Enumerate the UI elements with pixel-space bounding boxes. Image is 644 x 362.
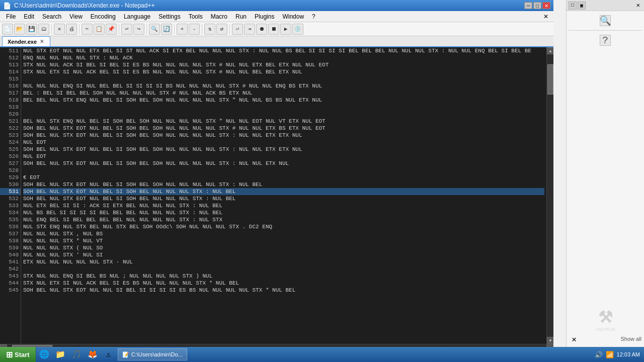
- code-line-532[interactable]: SOH BEL NUL STX EOT NUL BEL SI SOH BEL N…: [23, 195, 544, 202]
- scroll-down-button[interactable]: ▼: [547, 337, 553, 344]
- macro-stop-button[interactable]: ⏹: [268, 24, 279, 35]
- taskbar-ie-icon[interactable]: 🌐: [37, 347, 51, 361]
- menu-macro[interactable]: Macro: [207, 11, 231, 22]
- paste-button[interactable]: 📌: [106, 24, 117, 35]
- code-line-543[interactable]: STX NUL NUL ENQ SI BEL BS NUL ; NUL NUL …: [23, 273, 544, 280]
- save-all-button[interactable]: 🗂: [38, 24, 49, 35]
- menu-run[interactable]: Run: [231, 11, 251, 22]
- code-line-526[interactable]: NUL EOT: [23, 153, 544, 160]
- open-button[interactable]: 📂: [14, 24, 25, 35]
- scroll-thumb[interactable]: [547, 64, 553, 95]
- menu-file[interactable]: File: [2, 11, 20, 22]
- menu-plugins[interactable]: Plugins: [251, 11, 278, 22]
- code-line-533[interactable]: NUL ETX BEL SI SI : ACK SI ETX BEL NUL N…: [23, 202, 544, 209]
- taskbar-npp-app[interactable]: 📝 C:\Users\admin\Do...: [118, 348, 187, 360]
- wrap-button[interactable]: ⏎: [232, 24, 243, 35]
- zoom-out-button[interactable]: -: [189, 24, 200, 35]
- rp-bottom-close-icon[interactable]: ✕: [569, 334, 579, 344]
- menu-settings[interactable]: Settings: [154, 11, 184, 22]
- macro-play-button[interactable]: ▶: [280, 24, 291, 35]
- code-line-515[interactable]: [23, 75, 544, 82]
- menu-tools[interactable]: Tools: [185, 11, 207, 22]
- code-line-513[interactable]: STX NUL NUL ACK SI BEL SI BEL SI ES BS N…: [23, 61, 544, 68]
- code-line-519[interactable]: [23, 104, 544, 111]
- code-line-516[interactable]: NUL NUL NUL ENQ SI NUL BEL BEL SI SI SI …: [23, 82, 544, 89]
- code-line-514[interactable]: STX NUL ETX SI NUL ACK BEL SI SI ES BS N…: [23, 68, 544, 75]
- code-line-518[interactable]: BEL BEL NUL STX ENQ NUL BEL SI SOH BEL S…: [23, 97, 544, 104]
- code-line-542[interactable]: [23, 265, 544, 273]
- tab-xender[interactable]: Xender.exe ✕: [2, 36, 50, 46]
- menu-encoding[interactable]: Encoding: [87, 11, 120, 22]
- code-line-524[interactable]: NUL EOT: [23, 139, 544, 146]
- taskbar-network-icon: 🔊: [595, 351, 603, 358]
- code-line-537[interactable]: NUL NUL NUL STX , NUL BS: [23, 230, 544, 237]
- code-line-525[interactable]: SOH BEL NUL STX EOT NUL BEL SI SOH BEL S…: [23, 146, 544, 153]
- code-line-530[interactable]: SOH BEL NUL STX EOT NUL BEL SI SOH BEL S…: [23, 181, 544, 188]
- macro-record-button[interactable]: ⏺: [256, 24, 267, 35]
- menu-help[interactable]: ?: [308, 11, 319, 22]
- menu-close-x[interactable]: ✕: [540, 12, 551, 21]
- code-line-521[interactable]: BEL NUL STX ENQ NUL BEL SI SOH BEL SOH N…: [23, 118, 544, 125]
- code-line-545[interactable]: SOH BEL NUL STX EOT NUL NUL SI BEL SI SI…: [23, 287, 544, 294]
- code-line-527[interactable]: SOH BEL NUL STX EOT NUL BEL SI SOH BEL S…: [23, 160, 544, 167]
- code-line-511[interactable]: NUL STX EOT NUL NUL ETX BEL SI ST NUL AC…: [23, 47, 544, 54]
- code-line-512[interactable]: ENQ NUL NUL NUL NUL STX : NUL ACK: [23, 54, 544, 61]
- rp-maximize-btn[interactable]: ▣: [578, 2, 586, 10]
- code-line-544[interactable]: STX NUL ETX SI NUL ACK BEL SI ES BS NUL …: [23, 280, 544, 287]
- code-line-520[interactable]: [23, 111, 544, 118]
- replace-button[interactable]: 🔄: [161, 24, 172, 35]
- taskbar-warning-icon[interactable]: ⚠: [102, 347, 116, 361]
- line-number-542: 542: [0, 265, 21, 273]
- indent-button[interactable]: ⇥: [244, 24, 255, 35]
- show-all-button[interactable]: Show all: [620, 336, 641, 342]
- sync-h-button[interactable]: ⇄: [216, 24, 227, 35]
- start-button[interactable]: ⊞ Start: [0, 347, 36, 362]
- code-line-522[interactable]: SOH BEL NUL STX EOT NUL BEL SI SOH BEL S…: [23, 125, 544, 132]
- close-button-tb[interactable]: ✕: [54, 24, 65, 35]
- minimize-button[interactable]: ─: [524, 2, 532, 9]
- code-line-523[interactable]: SOH BEL NUL STX EOT NUL BEL SI SOH BEL S…: [23, 132, 544, 139]
- taskbar-explorer-icon[interactable]: 📁: [53, 347, 67, 361]
- code-area[interactable]: NUL STX EOT NUL NUL ETX BEL SI ST NUL AC…: [21, 47, 546, 344]
- code-line-540[interactable]: NUL NUL NUL STX ' NUL SI: [23, 251, 544, 258]
- code-line-539[interactable]: NUL NUL NUL STX ( NUL SO: [23, 244, 544, 251]
- vertical-scrollbar[interactable]: ▲ ▼: [546, 47, 553, 344]
- undo-button[interactable]: ↩: [121, 24, 132, 35]
- rp-restore-btn[interactable]: □: [569, 2, 577, 10]
- code-line-538[interactable]: NUL NUL NUL STX * NUL VT: [23, 237, 544, 244]
- scroll-track[interactable]: [547, 54, 553, 337]
- zoom-in-button[interactable]: +: [177, 24, 188, 35]
- taskbar-firefox-icon[interactable]: 🦊: [86, 347, 100, 361]
- taskbar-media-icon[interactable]: 🎵: [69, 347, 84, 361]
- close-button[interactable]: ✕: [542, 2, 550, 9]
- cut-button[interactable]: ✂: [82, 24, 93, 35]
- code-line-528[interactable]: [23, 167, 544, 174]
- code-line-534[interactable]: NUL BS BEL SI SI SI SI BEL BEL BEL NUL N…: [23, 209, 544, 216]
- find-button[interactable]: 🔍: [149, 24, 160, 35]
- redo-button[interactable]: ↪: [133, 24, 144, 35]
- rp-search-icon-btn[interactable]: 🔍: [600, 15, 611, 26]
- code-line-531[interactable]: SOH BEL NUL STX EOT NUL BEL SI SOH BEL N…: [23, 188, 544, 195]
- tab-close-button[interactable]: ✕: [39, 39, 45, 44]
- maximize-button[interactable]: □: [533, 2, 541, 9]
- code-line-535[interactable]: NUL ENQ BEL SI BEL BEL BEL BEL NUL NUL N…: [23, 216, 544, 223]
- editor-wrapper[interactable]: 5115125135145155165175185195205215225235…: [0, 47, 553, 344]
- macro-save-button[interactable]: 💿: [292, 24, 303, 35]
- code-line-517[interactable]: BEL : BEL SI BEL BEL SOH NUL NUL NUL NUL…: [23, 89, 544, 97]
- menu-language[interactable]: Language: [120, 11, 154, 22]
- sync-v-button[interactable]: ⇅: [204, 24, 215, 35]
- save-button[interactable]: 💾: [26, 24, 37, 35]
- code-line-536[interactable]: NUL STX ENQ NUL STX BEL NUL STX BEL SOH …: [23, 223, 544, 230]
- code-line-529[interactable]: € EOT: [23, 174, 544, 181]
- menu-search[interactable]: Search: [38, 11, 65, 22]
- copy-button[interactable]: 📋: [94, 24, 105, 35]
- menu-edit[interactable]: Edit: [20, 11, 38, 22]
- menu-view[interactable]: View: [65, 11, 87, 22]
- rp-close-button[interactable]: ✕: [634, 2, 642, 9]
- scroll-up-button[interactable]: ▲: [547, 47, 553, 54]
- new-button[interactable]: 📄: [2, 24, 13, 35]
- code-line-541[interactable]: ETX NUL NUL NUL NUL NUL STX · NUL: [23, 258, 544, 265]
- print-button[interactable]: 🖨: [66, 24, 77, 35]
- menu-window[interactable]: Window: [278, 11, 308, 22]
- rp-help-icon-btn[interactable]: ?: [600, 35, 611, 46]
